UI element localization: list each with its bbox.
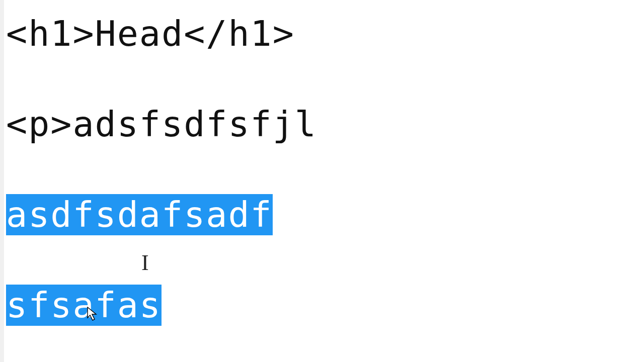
text-cursor-icon: I <box>141 240 150 286</box>
code-line[interactable]: asdfsdafsadf <box>6 192 644 237</box>
selected-text[interactable]: sfsafas <box>6 285 162 326</box>
selected-text[interactable]: asdfsdafsadf <box>6 194 273 235</box>
code-line[interactable]: sfsafas <box>6 283 644 328</box>
code-line[interactable]: <p>adsfsdfsfjl <box>6 102 644 147</box>
code-editor[interactable]: <h1>Head</h1> <p>adsfsdfsfjl asdfsdafsad… <box>4 0 644 362</box>
code-line[interactable]: <h1>Head</h1> <box>6 11 644 56</box>
code-text: <p>adsfsdfsfjl <box>6 104 317 145</box>
